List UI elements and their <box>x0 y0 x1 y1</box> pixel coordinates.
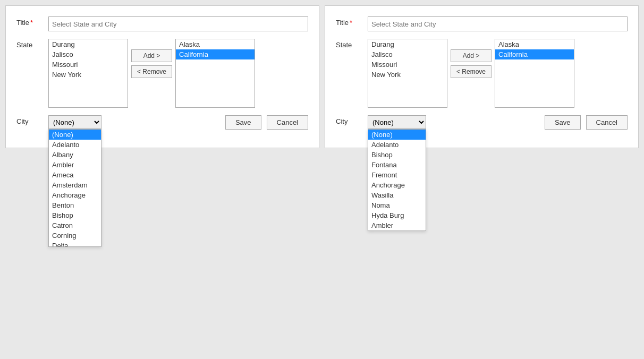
dropdown-item[interactable]: (None) <box>49 130 101 140</box>
left-remove-button[interactable]: < Remove <box>131 65 172 78</box>
list-item[interactable]: New York <box>49 70 128 80</box>
dropdown-item[interactable]: Bishop <box>368 150 426 160</box>
list-item-selected[interactable]: California <box>176 49 255 59</box>
right-city-label: City <box>336 115 362 125</box>
left-city-select[interactable]: (None) <box>48 115 101 129</box>
right-remove-button[interactable]: < Remove <box>451 65 492 78</box>
left-city-dropdown-scroll[interactable]: (None) Adelanto Albany Ambler Ameca Amst… <box>49 130 101 246</box>
right-title-input[interactable] <box>368 16 628 31</box>
left-add-remove-btns: Add > < Remove <box>131 39 172 78</box>
right-city-dropdown-wrapper: (None) (None) Adelanto Bishop Fontana Fr… <box>368 115 426 129</box>
dropdown-item[interactable]: Ambler <box>368 220 426 230</box>
right-save-button[interactable]: Save <box>545 115 581 130</box>
left-state-left-listbox[interactable]: Durang Jalisco Missouri New York <box>48 39 128 108</box>
right-cancel-button[interactable]: Cancel <box>586 115 628 130</box>
right-city-row: City (None) (None) Adelanto Bishop Fonta… <box>336 115 628 130</box>
right-title-label: Title* <box>336 16 362 27</box>
dropdown-item[interactable]: (None) <box>368 130 426 140</box>
dropdown-item[interactable]: Anchorage <box>368 180 426 190</box>
left-panel: Title* State Durang Jalisco Missouri New… <box>5 5 319 148</box>
right-panel: Title* State Durang Jalisco Missouri New… <box>325 5 639 148</box>
left-state-section: Durang Jalisco Missouri New York Add > <… <box>48 39 308 108</box>
left-city-dropdown-open: (None) Adelanto Albany Ambler Ameca Amst… <box>48 129 101 247</box>
list-item[interactable]: Missouri <box>49 59 128 70</box>
left-title-required: * <box>30 19 33 27</box>
right-action-btns: Save Cancel <box>545 115 628 130</box>
right-city-select[interactable]: (None) <box>368 115 426 129</box>
left-action-btns: Save Cancel <box>225 115 308 130</box>
right-state-right-listbox[interactable]: Alaska California <box>495 39 574 108</box>
right-state-row: State Durang Jalisco Missouri New York A… <box>336 39 628 108</box>
left-state-label: State <box>16 39 43 49</box>
right-city-dropdown-scroll[interactable]: (None) Adelanto Bishop Fontana Fremont A… <box>368 130 426 230</box>
left-save-button[interactable]: Save <box>225 115 261 130</box>
right-state-label: State <box>336 39 362 49</box>
left-title-label: Title* <box>16 16 43 27</box>
right-title-required: * <box>350 19 352 27</box>
right-add-remove-btns: Add > < Remove <box>451 39 492 78</box>
dropdown-item[interactable]: Fremont <box>368 170 426 180</box>
left-city-label: City <box>16 115 43 125</box>
list-item[interactable]: Alaska <box>495 39 574 49</box>
dropdown-item[interactable]: Hyda Burg <box>368 210 426 220</box>
right-title-text: Title <box>336 19 349 27</box>
left-city-dropdown-wrapper: (None) (None) Adelanto Albany Ambler Ame… <box>48 115 101 129</box>
left-title-row: Title* <box>16 16 308 31</box>
dropdown-item[interactable]: Amsterdam <box>49 180 101 190</box>
dropdown-item[interactable]: Wasilla <box>368 190 426 200</box>
left-state-row: State Durang Jalisco Missouri New York A… <box>16 39 308 108</box>
right-add-button[interactable]: Add > <box>451 49 492 62</box>
dropdown-item[interactable]: Delta <box>49 241 101 246</box>
dropdown-item[interactable]: Bishop <box>49 210 101 220</box>
list-item[interactable]: Jalisco <box>368 49 447 59</box>
left-city-row: City (None) (None) Adelanto Albany Amble… <box>16 115 308 130</box>
dropdown-item[interactable]: Albany <box>49 150 101 160</box>
dropdown-item[interactable]: Catron <box>49 220 101 230</box>
list-item[interactable]: New York <box>368 70 447 80</box>
list-item[interactable]: Durang <box>49 39 128 49</box>
left-title-input[interactable] <box>48 16 308 31</box>
dropdown-item[interactable]: Ameca <box>49 170 101 180</box>
list-item[interactable]: Missouri <box>368 59 447 70</box>
left-title-text: Title <box>16 19 29 27</box>
panels-container: Title* State Durang Jalisco Missouri New… <box>5 5 639 148</box>
right-city-dropdown-open: (None) Adelanto Bishop Fontana Fremont A… <box>368 129 426 231</box>
dropdown-item[interactable]: Adelanto <box>49 140 101 150</box>
right-state-section: Durang Jalisco Missouri New York Add > <… <box>368 39 628 108</box>
dropdown-item[interactable]: Adelanto <box>368 140 426 150</box>
dropdown-item[interactable]: Benton <box>49 200 101 210</box>
dropdown-item[interactable]: Anchorage <box>49 190 101 200</box>
dropdown-item[interactable]: Fontana <box>368 160 426 170</box>
left-cancel-button[interactable]: Cancel <box>267 115 308 130</box>
dropdown-item[interactable]: Corning <box>49 230 101 241</box>
left-state-right-listbox[interactable]: Alaska California <box>175 39 255 108</box>
list-item-selected[interactable]: California <box>495 49 574 59</box>
list-item[interactable]: Durang <box>368 39 447 49</box>
right-state-left-listbox[interactable]: Durang Jalisco Missouri New York <box>368 39 447 108</box>
right-title-row: Title* <box>336 16 628 31</box>
dropdown-item[interactable]: Ambler <box>49 160 101 170</box>
list-item[interactable]: Jalisco <box>49 49 128 59</box>
list-item[interactable]: Alaska <box>176 39 255 49</box>
left-add-button[interactable]: Add > <box>131 49 172 62</box>
dropdown-item[interactable]: Noma <box>368 200 426 210</box>
